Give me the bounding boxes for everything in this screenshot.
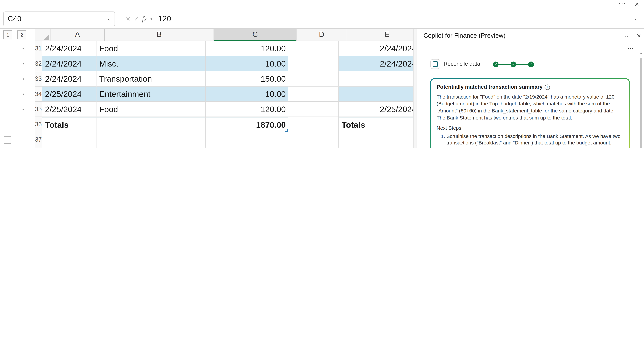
column-header-E[interactable]: E xyxy=(347,29,413,41)
column-headers: ABCDE xyxy=(35,29,413,41)
sheet-row-36: 36Totals1870.00Totals xyxy=(35,117,413,132)
cell-A37[interactable] xyxy=(42,132,96,147)
cell-D33[interactable] xyxy=(288,71,338,87)
sheet-row-38: 38Potentially matched transactions (4) xyxy=(35,147,413,148)
cell-B32[interactable]: Misc. xyxy=(96,56,206,71)
expand-formula-bar-icon[interactable]: ⌄ xyxy=(634,9,638,29)
cell-B37[interactable] xyxy=(96,132,206,147)
outline-dot xyxy=(23,48,24,49)
collapse-panel-icon[interactable]: ⌄ xyxy=(624,32,629,38)
cell-B33[interactable]: Transportation xyxy=(96,71,206,87)
select-all-triangle-icon xyxy=(44,34,49,40)
cell-C33[interactable]: 150.00 xyxy=(206,71,288,87)
cell-E31[interactable]: 2/24/2024 xyxy=(339,41,413,56)
cell-C37[interactable] xyxy=(206,132,288,147)
cell-C36[interactable]: 1870.00 xyxy=(206,117,288,132)
window-more-icon[interactable]: ⋯ xyxy=(618,0,626,8)
row-header-33[interactable]: 33 xyxy=(35,71,42,87)
outline-dot xyxy=(23,109,24,110)
scroll-up-icon[interactable]: ▲ xyxy=(640,51,643,55)
fx-caret-icon[interactable]: ▾ xyxy=(150,9,152,29)
next-step-item: Scrutinise the transaction descriptions … xyxy=(446,133,624,148)
close-panel-icon[interactable]: ✕ xyxy=(636,33,641,39)
row-header-38[interactable]: 38 xyxy=(35,147,42,148)
name-box[interactable]: C40 ⌄ xyxy=(3,11,115,26)
vertical-scrollbar[interactable] xyxy=(413,29,416,148)
outline-level-2-button[interactable]: 2 xyxy=(17,30,26,39)
table-corner-handle-icon[interactable] xyxy=(285,129,288,132)
cell-E36[interactable]: Totals xyxy=(339,117,413,132)
formula-input[interactable]: 120 xyxy=(158,9,171,29)
row-header-32[interactable]: 32 xyxy=(35,56,42,71)
cell-B36[interactable] xyxy=(96,117,206,132)
insert-function-icon[interactable]: fx xyxy=(142,9,147,29)
formula-bar: C40 ⌄ ⋮ ✕ ✓ fx ▾ 120 ⌄ xyxy=(0,9,644,29)
cell-C34[interactable]: 10.00 xyxy=(206,87,288,102)
cell-A33[interactable]: 2/24/2024 xyxy=(42,71,96,87)
info-icon[interactable]: i xyxy=(544,84,550,90)
column-header-B[interactable]: B xyxy=(105,29,214,41)
next-steps-label: Next Steps: xyxy=(436,125,623,131)
cell-B35[interactable]: Food xyxy=(96,102,206,117)
sheet-row-34: 342/25/2024Entertainment10.00 xyxy=(35,87,413,102)
cell-E38[interactable] xyxy=(339,147,413,148)
confirm-entry-icon[interactable]: ✓ xyxy=(134,9,139,29)
step-complete-icon: ✓ xyxy=(493,61,498,67)
cell-E37[interactable] xyxy=(339,132,413,147)
summary-text: The transaction for "Food" on the date "… xyxy=(436,93,623,121)
reconcile-data-icon xyxy=(430,59,440,69)
cell-E33[interactable] xyxy=(339,71,413,87)
cell-A32[interactable]: 2/24/2024 xyxy=(42,56,96,71)
select-all-corner[interactable] xyxy=(35,29,50,41)
cell-E32[interactable]: 2/24/2024 xyxy=(339,56,413,71)
cell-A31[interactable]: 2/24/2024 xyxy=(42,41,96,56)
sheet-row-32: 322/24/2024Misc.10.002/24/2024 xyxy=(35,56,413,71)
row-header-37[interactable]: 37 xyxy=(35,132,42,147)
cell-C32[interactable]: 10.00 xyxy=(206,56,288,71)
cell-A36[interactable]: Totals xyxy=(42,117,96,132)
step-connector xyxy=(516,64,528,65)
cell-C31[interactable]: 120.00 xyxy=(206,41,288,56)
step-complete-icon: ✓ xyxy=(510,61,516,67)
name-box-chevron-icon[interactable]: ⌄ xyxy=(107,12,111,26)
sheet-row-37: 37 xyxy=(35,132,413,147)
column-header-C[interactable]: C xyxy=(214,29,296,41)
next-steps-list: Scrutinise the transaction descriptions … xyxy=(436,133,623,148)
column-header-D[interactable]: D xyxy=(296,29,347,41)
outline-dot xyxy=(23,63,24,64)
cell-B34[interactable]: Entertainment xyxy=(96,87,206,102)
row-header-35[interactable]: 35 xyxy=(35,102,42,117)
cell-D31[interactable] xyxy=(288,41,338,56)
cell-C35[interactable]: 120.00 xyxy=(206,102,288,117)
outline-level-1-button[interactable]: 1 xyxy=(3,30,12,39)
sheet-area: 1 2 − − + ABCDE 312/24/2024Food120.002/2… xyxy=(0,29,416,148)
cell-C38[interactable] xyxy=(206,147,288,148)
row-header-36[interactable]: 36 xyxy=(35,117,42,132)
cell-D38[interactable] xyxy=(288,147,338,148)
cell-E34[interactable] xyxy=(339,87,413,102)
window-chrome: ⋯ ✕ xyxy=(0,0,644,9)
cell-D34[interactable] xyxy=(288,87,338,102)
step-connector xyxy=(498,64,510,65)
cell-A34[interactable]: 2/25/2024 xyxy=(42,87,96,102)
cell-D37[interactable] xyxy=(288,132,338,147)
cell-A35[interactable]: 2/25/2024 xyxy=(42,102,96,117)
row-header-34[interactable]: 34 xyxy=(35,87,42,102)
cancel-entry-icon[interactable]: ✕ xyxy=(126,9,130,29)
cell-E35[interactable]: 2/25/2024 xyxy=(339,102,413,117)
outline-dot xyxy=(23,93,24,95)
cell-D36[interactable] xyxy=(288,117,338,132)
collapse-group-button[interactable]: − xyxy=(4,136,11,144)
back-icon[interactable]: ← xyxy=(433,44,440,52)
cell-D35[interactable] xyxy=(288,102,338,117)
window-close-icon[interactable]: ✕ xyxy=(634,1,639,7)
summary-card: Potentially matched transaction summaryi… xyxy=(430,78,630,148)
panel-more-icon[interactable]: ⋯ xyxy=(628,44,634,52)
cell-B31[interactable]: Food xyxy=(96,41,206,56)
cell-D32[interactable] xyxy=(288,56,338,71)
row-header-31[interactable]: 31 xyxy=(35,41,42,56)
copilot-panel: Copilot for Finance (Preview) ⌄ ✕ ← ⋯ Re… xyxy=(416,29,644,148)
panel-scrollbar[interactable]: ▲ xyxy=(640,51,643,148)
panel-scrollbar-thumb[interactable] xyxy=(640,58,642,148)
column-header-A[interactable]: A xyxy=(50,29,105,41)
